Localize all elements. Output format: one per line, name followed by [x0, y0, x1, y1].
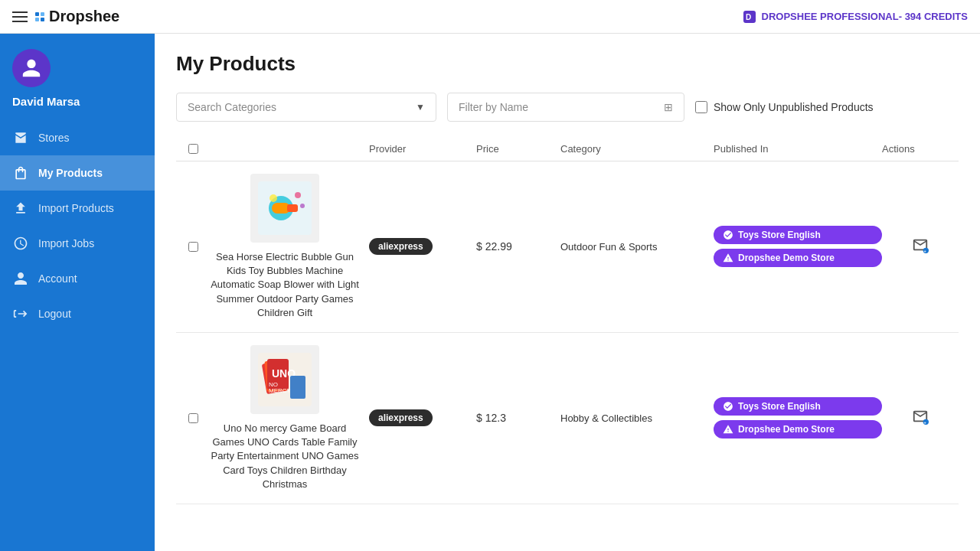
chevron-down-icon: ▼ — [416, 102, 425, 112]
row-checkbox-1[interactable] — [188, 242, 198, 252]
logo-icon — [35, 12, 44, 21]
select-all-checkbox[interactable] — [188, 144, 198, 154]
topbar-right: D DROPSHEE PROFESSIONAL- 394 CREDITS — [743, 11, 968, 23]
store-name-2-2: Dropshee Demo Store — [738, 424, 835, 435]
row-checkbox-2[interactable] — [188, 413, 198, 423]
svg-point-8 — [300, 204, 305, 208]
row-check-1[interactable] — [176, 242, 210, 252]
svg-rect-18 — [290, 376, 305, 399]
svg-text:+: + — [924, 420, 926, 425]
topbar: Dropshee D DROPSHEE PROFESSIONAL- 394 CR… — [0, 0, 980, 34]
upload-icon — [12, 200, 29, 217]
svg-text:+: + — [924, 249, 926, 253]
topbar-left: Dropshee — [12, 8, 119, 25]
warning-icon — [723, 253, 733, 263]
actions-cell-2: + — [882, 405, 959, 432]
sidebar-label-import-products: Import Products — [38, 202, 114, 214]
action-button-1[interactable]: + — [909, 233, 932, 260]
published-cell-1: Toys Store English Dropshee Demo Store — [714, 226, 882, 267]
provider-cell-1: aliexpress — [369, 238, 476, 255]
product-name-1: Sea Horse Electric Bubble Gun Kids Toy B… — [210, 250, 360, 320]
sidebar-item-stores[interactable]: Stores — [0, 120, 155, 155]
show-unpublished-text: Show Only Unpublished Products — [714, 101, 874, 113]
sidebar-label-my-products: My Products — [38, 167, 103, 179]
sidebar-label-account: Account — [38, 272, 77, 285]
svg-text:MERCY: MERCY — [269, 387, 292, 394]
action-button-2[interactable]: + — [909, 405, 932, 432]
store-action-icon: + — [912, 236, 929, 253]
table-row: UNO NO MERCY Uno No mercy Game Board Gam… — [176, 333, 959, 504]
show-unpublished-checkbox[interactable] — [695, 101, 707, 113]
bubble-gun-svg — [258, 181, 312, 235]
provider-cell-2: aliexpress — [369, 409, 476, 426]
page-title: My Products — [176, 52, 959, 76]
sidebar: David Marsa Stores My Products Import Pr… — [0, 34, 155, 551]
product-image-2: UNO NO MERCY — [250, 345, 319, 414]
sidebar-label-logout: Logout — [38, 308, 71, 320]
username: David Marsa — [12, 95, 80, 108]
product-cell-1: Sea Horse Electric Bubble Gun Kids Toy B… — [210, 174, 369, 320]
search-categories-placeholder: Search Categories — [188, 101, 276, 113]
avatar — [12, 49, 51, 87]
bag-icon — [12, 165, 29, 181]
price-cell-2: $ 12.3 — [476, 412, 560, 424]
svg-point-7 — [295, 192, 301, 198]
svg-rect-5 — [287, 204, 298, 212]
provider-badge-1: aliexpress — [369, 238, 433, 255]
filter-name-placeholder: Filter by Name — [459, 101, 528, 113]
show-unpublished-label[interactable]: Show Only Unpublished Products — [695, 101, 874, 113]
product-cell-2: UNO NO MERCY Uno No mercy Game Board Gam… — [210, 345, 369, 491]
hamburger-menu[interactable] — [12, 11, 28, 22]
header-category: Category — [560, 143, 714, 155]
store-badge-1-warning[interactable]: Dropshee Demo Store — [714, 249, 882, 267]
published-cell-2: Toys Store English Dropshee Demo Store — [714, 397, 882, 439]
filters-bar: Search Categories ▼ Filter by Name ⊞ Sho… — [176, 93, 959, 122]
store-badge-2-warning[interactable]: Dropshee Demo Store — [714, 420, 882, 439]
provider-badge-2: aliexpress — [369, 409, 433, 426]
price-cell-1: $ 22.99 — [476, 240, 560, 253]
header-actions: Actions — [882, 143, 959, 155]
account-icon — [12, 270, 29, 287]
user-section: David Marsa — [0, 34, 155, 120]
warning-icon-2 — [723, 424, 733, 435]
store-action-icon-2: + — [912, 408, 929, 425]
logo: Dropshee — [35, 8, 119, 25]
product-image-1 — [250, 174, 319, 243]
sidebar-label-stores: Stores — [38, 132, 69, 144]
header-check[interactable] — [176, 144, 210, 154]
store-badge-2-published[interactable]: Toys Store English — [714, 397, 882, 416]
header-price: Price — [476, 143, 560, 155]
sidebar-item-account[interactable]: Account — [0, 261, 155, 296]
sidebar-item-logout[interactable]: Logout — [0, 296, 155, 331]
sidebar-item-my-products[interactable]: My Products — [0, 155, 155, 191]
search-categories-dropdown[interactable]: Search Categories ▼ — [176, 93, 436, 122]
logo-text: Dropshee — [49, 8, 119, 25]
store-name-1-1: Toys Store English — [738, 230, 821, 240]
check-circle-icon — [723, 230, 733, 240]
store-badge-1-published[interactable]: Toys Store English — [714, 226, 882, 244]
header-published-in: Published In — [714, 143, 882, 155]
actions-cell-1: + — [882, 233, 959, 260]
jobs-icon — [12, 235, 29, 252]
sidebar-label-import-jobs: Import Jobs — [38, 237, 94, 249]
plan-text: DROPSHEE PROFESSIONAL- 394 CREDITS — [762, 11, 968, 22]
svg-point-6 — [270, 194, 277, 202]
table-row: Sea Horse Electric Bubble Gun Kids Toy B… — [176, 161, 959, 333]
row-check-2[interactable] — [176, 413, 210, 423]
table-header: Provider Price Category Published In Act… — [176, 137, 959, 161]
filter-by-name-input[interactable]: Filter by Name ⊞ — [447, 93, 684, 122]
main-content: My Products Search Categories ▼ Filter b… — [155, 34, 980, 551]
uno-cards-svg: UNO NO MERCY — [258, 353, 312, 406]
header-provider: Provider — [369, 143, 476, 155]
category-cell-1: Outdoor Fun & Sports — [560, 241, 714, 253]
avatar-icon — [21, 57, 42, 79]
logout-icon — [12, 305, 29, 322]
sidebar-item-import-products[interactable]: Import Products — [0, 191, 155, 226]
credits-icon: D — [743, 11, 756, 23]
svg-text:D: D — [746, 13, 751, 21]
product-name-2: Uno No mercy Game Board Games UNO Cards … — [210, 422, 360, 491]
store-name-1-2: Dropshee Demo Store — [738, 253, 835, 263]
sidebar-item-import-jobs[interactable]: Import Jobs — [0, 226, 155, 261]
store-icon — [12, 129, 29, 146]
layout: David Marsa Stores My Products Import Pr… — [0, 34, 980, 551]
